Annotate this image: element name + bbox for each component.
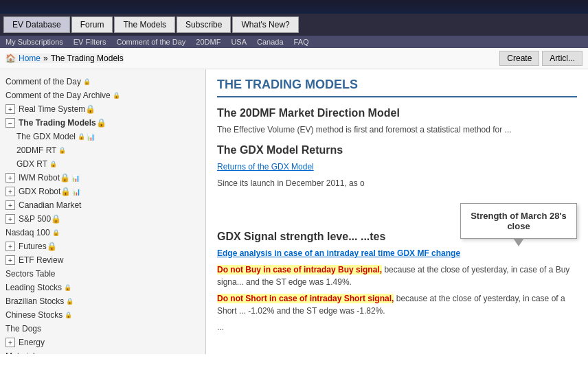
page-title: THE TRADING MODELS [217, 78, 577, 97]
sidebar-item-etf-review[interactable]: + ETF Review [0, 253, 205, 267]
lock-icon-6: 🔒 [58, 147, 66, 154]
lock-icon-3: 🔒 [85, 104, 95, 114]
leading-stocks-label: Leading Stocks [5, 283, 62, 292]
sidebar-item-sectors-table[interactable]: Sectors Table [0, 267, 205, 281]
toggle-icon-sp500: + [5, 214, 15, 224]
sidebar-item-chinese-stocks[interactable]: Chinese Stocks 🔒 [0, 308, 205, 322]
sidebar-item-real-time-system[interactable]: + Real Time System 🔒 [0, 102, 205, 116]
futures-label: Futures [19, 242, 47, 251]
sidebar-item-gdx-model[interactable]: The GDX Model 🔒 📊 [0, 130, 205, 143]
comment-day-label: Comment of the Day [5, 77, 81, 86]
nav-models[interactable]: The Models [114, 16, 175, 33]
toggle-icon-energy: + [5, 338, 15, 347]
line2-highlight: Do not Short in case of intraday Short s… [217, 294, 394, 303]
subnav-faq[interactable]: FAQ [294, 38, 309, 46]
callout-tooltip: Strength of March 28's close [460, 203, 577, 239]
etf-review-label: ETF Review [19, 255, 63, 265]
nav-bar: EV Database Forum The Models Subscribe W… [0, 14, 588, 36]
sidebar-item-sp500[interactable]: + S&P 500 🔒 [0, 212, 205, 226]
lock-icon-9: 🔒 [60, 187, 71, 196]
real-time-system-label: Real Time System [19, 104, 85, 114]
trading-models-label: The Trading Models [19, 118, 96, 128]
sidebar-item-materials[interactable]: Materials [0, 349, 205, 354]
lock-icon: 🔒 [83, 78, 91, 85]
20dmf-rt-label: 20DMF RT [16, 145, 56, 155]
sidebar-item-brazilian-stocks[interactable]: Brazilian Stocks 🔒 [0, 294, 205, 308]
toggle-icon-rts: + [5, 104, 15, 114]
subnav-ev-filters[interactable]: EV Filters [74, 38, 106, 46]
toggle-icon-futures: + [5, 242, 15, 251]
section1-title: The 20DMF Market Direction Model [217, 107, 577, 119]
sidebar: Comment of the Day 🔒 Comment of the Day … [0, 69, 206, 354]
nav-whats-new[interactable]: What's New? [232, 16, 298, 33]
lock-icon-5: 🔒 [78, 133, 85, 140]
sidebar-item-energy[interactable]: + Energy [0, 336, 205, 349]
nav-ev-database[interactable]: EV Database [3, 16, 70, 33]
edge-analysis-title[interactable]: Edge analysis in case of an intraday rea… [217, 248, 460, 258]
article-button[interactable]: Articl... [542, 51, 583, 66]
sp500-label: S&P 500 [19, 214, 51, 224]
gdx-robot-label: GDX Robot [19, 187, 60, 196]
gdx-model-label: The GDX Model [16, 132, 76, 141]
section3-line1: Do not Buy in case of intraday Buy signa… [217, 264, 577, 288]
sidebar-item-comment-archive[interactable]: Comment of the Day Archive 🔒 [0, 89, 205, 102]
toggle-icon-tm: − [5, 118, 15, 128]
breadcrumb-current: The Trading Models [51, 54, 124, 63]
breadcrumb: 🏠 Home » The Trading Models [5, 54, 124, 63]
sidebar-item-iwm-robot[interactable]: + IWM Robot 🔒 📊 [0, 171, 205, 185]
section3-more: ... [217, 321, 577, 334]
sidebar-item-20dmf-rt[interactable]: 20DMF RT 🔒 [0, 143, 205, 157]
lock-icon-13: 🔒 [64, 284, 71, 291]
toggle-icon-canada: + [5, 200, 15, 210]
subnav-my-subscriptions[interactable]: My Subscriptions [5, 38, 63, 46]
gdx-model-returns-link[interactable]: Returns of the GDX Model [217, 162, 314, 172]
gdx-robot-icon: 📊 [72, 188, 80, 196]
canadian-market-label: Canadian Market [19, 200, 81, 210]
subnav-usa[interactable]: USA [231, 38, 247, 46]
breadcrumb-home[interactable]: Home [19, 54, 41, 63]
sidebar-item-canadian-market[interactable]: + Canadian Market [0, 198, 205, 212]
sidebar-item-gdx-robot[interactable]: + GDX Robot 🔒 📊 [0, 185, 205, 198]
lock-icon-10: 🔒 [51, 214, 61, 224]
toggle-icon-iwm: + [5, 173, 15, 183]
brazilian-stocks-label: Brazilian Stocks [5, 296, 64, 306]
lock-icon-12: 🔒 [47, 242, 57, 251]
toggle-icon-etf: + [5, 255, 15, 265]
comment-archive-label: Comment of the Day Archive [5, 91, 111, 100]
section2-title: The GDX Model Returns [217, 144, 577, 156]
sidebar-item-trading-models[interactable]: − The Trading Models 🔒 [0, 116, 205, 130]
callout-text: Strength of March 28's close [471, 211, 567, 231]
sidebar-item-comment-of-the-day[interactable]: Comment of the Day 🔒 [0, 75, 205, 89]
subnav-20dmf[interactable]: 20DMF [196, 38, 220, 46]
iwm-robot-label: IWM Robot [19, 173, 60, 183]
home-icon: 🏠 [5, 54, 16, 63]
section1-description: The Effective Volume (EV) method is firs… [217, 124, 577, 136]
lock-icon-15: 🔒 [65, 312, 72, 318]
nav-subscribe[interactable]: Subscribe [177, 16, 231, 33]
top-header [0, 0, 588, 14]
energy-label: Energy [19, 338, 45, 347]
lock-icon-11: 🔒 [52, 229, 60, 236]
line1-highlight: Do not Buy in case of intraday Buy signa… [217, 265, 382, 274]
breadcrumb-separator: » [43, 54, 48, 63]
sidebar-item-gdx-rt[interactable]: GDX RT 🔒 [0, 157, 205, 171]
nav-forum[interactable]: Forum [71, 16, 113, 33]
sectors-table-label: Sectors Table [5, 269, 56, 279]
materials-label: Materials [5, 351, 39, 354]
create-button[interactable]: Create [499, 51, 539, 66]
sub-nav: My Subscriptions EV Filters Comment of t… [0, 36, 588, 48]
nasdaq-label: Nasdaq 100 [5, 228, 50, 237]
subnav-canada[interactable]: Canada [257, 38, 284, 46]
toggle-icon-gdx-robot: + [5, 187, 15, 196]
gdx-rt-label: GDX RT [16, 159, 47, 169]
lock-icon-7: 🔒 [49, 161, 57, 167]
subnav-comment-of-the-day[interactable]: Comment of the Day [116, 38, 185, 46]
sidebar-item-futures[interactable]: + Futures 🔒 [0, 239, 205, 253]
gdx-model-icon: 📊 [87, 133, 95, 141]
sidebar-item-nasdaq[interactable]: Nasdaq 100 🔒 [0, 226, 205, 239]
sidebar-item-leading-stocks[interactable]: Leading Stocks 🔒 [0, 281, 205, 294]
lock-icon-14: 🔒 [66, 298, 74, 305]
lock-icon-4: 🔒 [96, 118, 106, 128]
main-layout: Comment of the Day 🔒 Comment of the Day … [0, 69, 588, 354]
sidebar-item-the-dogs[interactable]: The Dogs [0, 322, 205, 336]
